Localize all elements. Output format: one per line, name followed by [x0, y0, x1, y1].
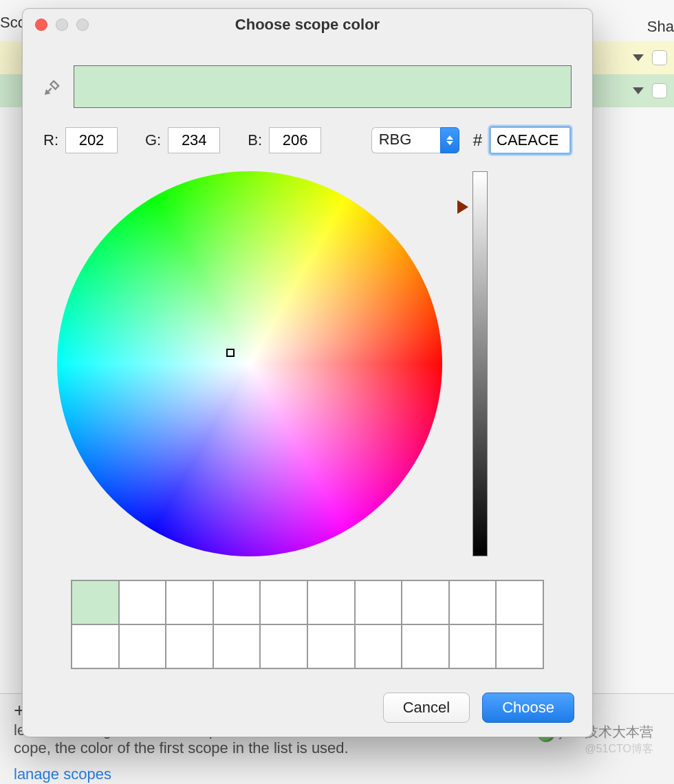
format-select[interactable]: RBG [371, 127, 459, 153]
swatch[interactable] [72, 580, 119, 624]
swatch[interactable] [213, 624, 261, 668]
window-controls [35, 19, 89, 31]
color-wheel[interactable] [57, 171, 442, 556]
g-input[interactable] [168, 127, 220, 153]
swatch-grid [71, 580, 544, 669]
color-wheel-marker[interactable] [226, 349, 235, 357]
chevron-down-icon[interactable] [633, 54, 644, 61]
choose-button[interactable]: Choose [482, 693, 574, 723]
dialog-body: R: G: B: RBG # [23, 41, 592, 669]
swatch[interactable] [402, 624, 449, 668]
dialog-footer: Cancel Choose [383, 693, 574, 723]
swatch[interactable] [402, 580, 449, 624]
r-label: R: [43, 131, 58, 149]
hex-input[interactable] [489, 126, 572, 155]
chevron-down-icon[interactable] [633, 87, 644, 94]
dialog-titlebar[interactable]: Choose scope color [23, 9, 592, 41]
b-input[interactable] [269, 127, 321, 153]
swatch[interactable] [355, 580, 402, 624]
minimize-icon [56, 19, 68, 31]
swatch[interactable] [449, 580, 497, 624]
manage-scopes-link[interactable]: lanage scopes [14, 765, 660, 783]
format-select-value[interactable]: RBG [371, 127, 440, 153]
brightness-track[interactable] [472, 171, 488, 556]
swatch[interactable] [307, 580, 355, 624]
cancel-button[interactable]: Cancel [383, 693, 470, 723]
rgb-row: R: G: B: RBG # [43, 126, 572, 155]
eyedropper-icon[interactable] [43, 77, 63, 96]
bg-right-label: Sha [647, 18, 674, 36]
color-picker-dialog: Choose scope color R: G: B: RBG [22, 8, 593, 737]
watermark-subtext: @51CTO博客 [537, 742, 653, 756]
r-input[interactable] [65, 127, 118, 153]
checkbox[interactable] [652, 83, 667, 98]
swatch[interactable] [213, 580, 261, 624]
hash-label: # [473, 131, 482, 150]
swatch[interactable] [119, 580, 166, 624]
swatch[interactable] [496, 580, 543, 624]
swatch[interactable] [119, 624, 166, 668]
swatch[interactable] [355, 624, 402, 668]
brightness-slider[interactable] [470, 171, 490, 556]
close-icon[interactable] [35, 19, 47, 31]
swatch[interactable] [166, 580, 213, 624]
swatch[interactable] [260, 580, 307, 624]
swatch[interactable] [449, 624, 497, 668]
g-label: G: [145, 131, 161, 149]
swatch[interactable] [260, 624, 307, 668]
swatch[interactable] [72, 624, 119, 668]
checkbox[interactable] [652, 50, 667, 65]
brightness-thumb-icon[interactable] [457, 200, 468, 214]
dialog-title: Choose scope color [23, 16, 592, 34]
swatch[interactable] [166, 624, 213, 668]
swatch[interactable] [496, 624, 543, 668]
b-label: B: [248, 131, 262, 149]
select-stepper-icon[interactable] [440, 127, 459, 153]
zoom-icon [76, 19, 89, 31]
preview-row [43, 65, 572, 108]
swatch[interactable] [307, 624, 355, 668]
wheel-row [43, 171, 572, 556]
color-preview [74, 65, 572, 108]
